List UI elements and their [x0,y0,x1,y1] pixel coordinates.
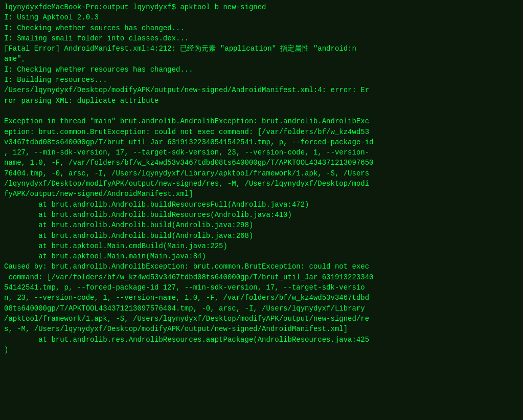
terminal-line: s, -M, /Users/lqynydyxf/Desktop/modifyAP… [4,324,519,334]
terminal-line: n, 23, --version-code, 1, --version-name… [4,293,519,303]
terminal-line: /apktool/framework/1.apk, -S, /Users/lqy… [4,314,519,324]
terminal-line: eption: brut.common.BrutException: could… [4,127,519,137]
terminal-line: at brut.androlib.Androlib.build(Androlib… [4,220,519,230]
terminal-line: v3467tdbd08ts640000gp/T/brut_util_Jar_63… [4,137,519,147]
terminal-line: at brut.androlib.Androlib.build(Androlib… [4,231,519,241]
terminal-line: name, 1.0, -F, /var/folders/bf/w_kz4wd53… [4,158,519,168]
terminal-line: at brut.apktool.Main.main(Main.java:84) [4,251,519,261]
terminal-line: , 127, --min-sdk-version, 17, --target-s… [4,147,519,158]
terminal-line: I: Checking whether sources has changed.… [4,23,519,33]
terminal-line [4,106,519,116]
terminal-line: 76404.tmp, -0, arsc, -I, /Users/lqynydyx… [4,168,519,179]
terminal-line: lqynydyxfdeMacBook-Pro:output lqynydyxf$… [4,2,519,12]
terminal-line: at brut.androlib.Androlib.buildResources… [4,200,519,210]
terminal-line: I: Smaling smali folder into classes.dex… [4,33,519,43]
terminal-line: 08ts640000gp/T/APKTOOL434371213097576404… [4,303,519,314]
terminal-line: at brut.androlib.res.AndrolibResources.a… [4,335,519,345]
terminal-line: I: Checking whether resources has change… [4,64,519,75]
terminal-line: ror parsing XML: duplicate attribute [4,96,519,106]
terminal-line: fyAPK/output/new-signed/AndroidManifest.… [4,189,519,199]
terminal-line: /Users/lqynydyxf/Desktop/modifyAPK/outpu… [4,85,519,95]
terminal-line: /lqynydyxf/Desktop/modifyAPK/output/new-… [4,179,519,189]
terminal-line: ) [4,345,519,355]
terminal-line: 54142541.tmp, p, --forced-package-id 127… [4,282,519,293]
terminal-line: Exception in thread "main" brut.androlib… [4,116,519,126]
terminal-line: I: Using Apktool 2.0.3 [4,12,519,23]
terminal-line: [Fatal Error] AndroidManifest.xml:4:212:… [4,43,519,54]
terminal-line: at brut.androlib.Androlib.buildResources… [4,210,519,220]
terminal-line: ame"。 [4,54,519,64]
terminal-line: at brut.apktool.Main.cmdBuild(Main.java:… [4,241,519,251]
terminal-window: lqynydyxfdeMacBook-Pro:output lqynydyxf$… [0,0,523,420]
terminal-line: command: [/var/folders/bf/w_kz4wd53v3467… [4,272,519,282]
terminal-line: I: Building resources... [4,75,519,85]
terminal-line: Caused by: brut.androlib.AndrolibExcepti… [4,261,519,272]
